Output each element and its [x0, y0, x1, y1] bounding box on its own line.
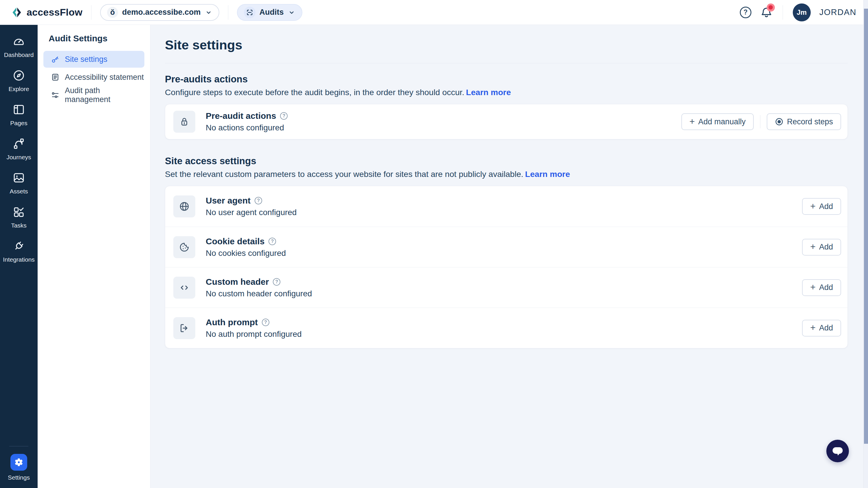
user-avatar[interactable]: Jm: [793, 3, 811, 22]
subnav-item-label: Audit path management: [65, 86, 144, 104]
auth-prompt-title: Auth prompt: [206, 318, 258, 327]
add-auth-prompt-button[interactable]: + Add: [802, 320, 841, 336]
help-icon[interactable]: ?: [255, 197, 262, 204]
pre-audit-actions-row: Pre-audit actions ? No actions configure…: [165, 104, 847, 139]
site-favicon: ŏ: [107, 7, 118, 18]
pre-audit-actions-status: No actions configured: [206, 123, 288, 132]
sidebar-item-label: Explore: [8, 86, 29, 93]
top-header: accessFlow ŏ demo.accessibe.com Audits ?: [0, 0, 868, 25]
user-agent-status: No user agent configured: [206, 208, 297, 217]
user-agent-row: User agent ? No user agent configured + …: [165, 186, 847, 227]
chevron-down-icon: [288, 9, 296, 16]
login-arrow-icon: [173, 317, 195, 339]
add-label: Add: [819, 242, 833, 252]
help-icon[interactable]: ?: [269, 238, 276, 245]
primary-sidebar: Dashboard Explore Pages Journeys Assets: [0, 25, 38, 488]
site-access-heading: Site access settings: [165, 156, 848, 166]
route-icon: [12, 137, 26, 150]
sidebar-item-journeys[interactable]: Journeys: [0, 137, 38, 161]
main-content: Site settings Pre-audits actions Configu…: [151, 25, 868, 488]
chat-bubble-icon: [832, 446, 844, 456]
subnav-item-accessibility-statement[interactable]: Accessibility statement: [43, 69, 144, 86]
page-scrollbar[interactable]: [863, 0, 868, 488]
help-icon[interactable]: ?: [273, 278, 280, 286]
subnav-item-audit-path-management[interactable]: Audit path management: [43, 87, 144, 103]
subnav-item-label: Site settings: [65, 55, 107, 64]
add-manually-button[interactable]: + Add manually: [681, 113, 754, 130]
plug-icon: [12, 239, 26, 253]
lock-icon: [173, 111, 195, 133]
globe-icon: [173, 195, 195, 218]
record-icon: [775, 118, 783, 126]
sliders-icon: [51, 91, 60, 99]
subnav-item-site-settings[interactable]: Site settings: [43, 51, 144, 68]
custom-header-status: No custom header configured: [206, 289, 312, 298]
subnav-item-label: Accessibility statement: [65, 73, 144, 82]
pre-audits-learn-more-link[interactable]: Learn more: [466, 88, 511, 97]
sidebar-item-label: Pages: [10, 120, 28, 127]
code-icon: [173, 277, 195, 299]
sidebar-item-label: Dashboard: [4, 52, 34, 58]
user-name: JORDAN: [819, 7, 857, 17]
notification-badge: [767, 3, 775, 11]
record-steps-label: Record steps: [787, 118, 833, 126]
add-label: Add: [819, 283, 833, 292]
pre-audits-heading: Pre-audits actions: [165, 74, 848, 85]
chevron-down-icon: [205, 9, 212, 16]
sidebar-item-label: Settings: [8, 474, 30, 481]
help-icon[interactable]: ?: [740, 7, 751, 18]
audit-settings-subnav: Audit Settings Site settings Accessibili…: [38, 25, 151, 488]
compass-icon: [12, 69, 26, 82]
custom-header-title: Custom header: [206, 277, 269, 287]
site-access-description: Set the relevant custom parameters to ac…: [165, 169, 848, 179]
pre-audits-description: Configure steps to execute before the au…: [165, 88, 848, 97]
pre-audits-description-text: Configure steps to execute before the au…: [165, 88, 464, 97]
add-label: Add: [819, 324, 833, 332]
section-selector-dropdown[interactable]: Audits: [237, 4, 302, 21]
chat-widget-button[interactable]: [826, 440, 849, 462]
sidebar-item-assets[interactable]: Assets: [0, 171, 38, 195]
auth-prompt-row: Auth prompt ? No auth prompt configured …: [165, 307, 847, 348]
image-icon: [12, 171, 26, 185]
record-steps-button[interactable]: Record steps: [767, 113, 841, 130]
plus-icon: +: [810, 242, 816, 251]
add-manually-label: Add manually: [698, 118, 746, 126]
auth-prompt-status: No auth prompt configured: [206, 330, 302, 339]
gauge-icon: [12, 35, 26, 48]
user-agent-title: User agent: [206, 196, 251, 205]
help-icon[interactable]: ?: [280, 112, 288, 120]
sidebar-item-label: Tasks: [11, 222, 27, 229]
cookie-details-row: Cookie details ? No cookies configured +…: [165, 227, 847, 267]
site-access-learn-more-link[interactable]: Learn more: [525, 169, 570, 178]
sidebar-item-tasks[interactable]: Tasks: [0, 205, 38, 229]
custom-header-row: Custom header ? No custom header configu…: [165, 267, 847, 307]
tasks-icon: [12, 205, 26, 219]
sidebar-item-pages[interactable]: Pages: [0, 103, 38, 127]
scrollbar-thumb[interactable]: [864, 9, 868, 444]
plus-icon: +: [689, 117, 695, 126]
site-access-description-text: Set the relevant custom parameters to ac…: [165, 169, 523, 178]
sidebar-item-integrations[interactable]: Integrations: [0, 239, 38, 263]
plus-icon: +: [810, 201, 816, 211]
section-selector-value: Audits: [259, 8, 284, 17]
cookie-icon: [173, 236, 195, 258]
header-divider: [783, 5, 783, 20]
add-user-agent-button[interactable]: + Add: [802, 198, 841, 215]
sidebar-item-dashboard[interactable]: Dashboard: [0, 35, 38, 58]
cookie-details-status: No cookies configured: [206, 249, 286, 258]
key-icon: [51, 55, 60, 64]
notifications-bell-icon[interactable]: [760, 6, 773, 19]
site-selector-dropdown[interactable]: ŏ demo.accessibe.com: [100, 4, 219, 21]
sidebar-item-explore[interactable]: Explore: [0, 69, 38, 93]
app-logo-text: accessFlow: [27, 7, 83, 18]
add-cookie-button[interactable]: + Add: [802, 239, 841, 256]
help-icon[interactable]: ?: [262, 319, 269, 326]
settings-gear-icon: [10, 454, 27, 470]
audits-scan-icon: [244, 7, 255, 18]
header-divider: [91, 5, 91, 20]
sidebar-item-label: Assets: [9, 188, 28, 195]
plus-icon: +: [810, 323, 816, 332]
add-custom-header-button[interactable]: + Add: [802, 279, 841, 296]
accessflow-logo-icon: [11, 6, 23, 19]
sidebar-item-settings[interactable]: Settings: [0, 454, 38, 481]
